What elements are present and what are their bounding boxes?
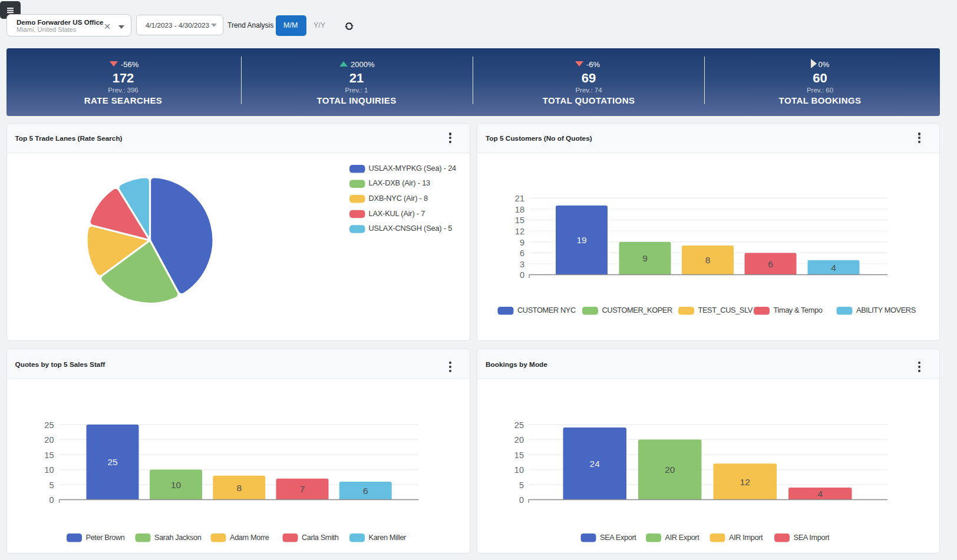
svg-text:TEST_CUS_SLV: TEST_CUS_SLV <box>698 306 753 314</box>
svg-text:CUSTOMER NYC: CUSTOMER NYC <box>517 306 576 314</box>
svg-text:AIR Export: AIR Export <box>665 533 700 542</box>
svg-text:25: 25 <box>107 457 117 467</box>
svg-text:25: 25 <box>514 420 524 430</box>
svg-text:LAX-DXB (Air) - 13: LAX-DXB (Air) - 13 <box>368 178 430 187</box>
svg-text:12: 12 <box>740 477 750 487</box>
svg-text:6: 6 <box>520 248 524 258</box>
svg-text:SEA Export: SEA Export <box>600 533 636 542</box>
svg-text:0: 0 <box>519 495 524 505</box>
svg-text:6: 6 <box>362 486 368 496</box>
svg-text:ABILITY MOVERS: ABILITY MOVERS <box>856 306 916 314</box>
svg-text:5: 5 <box>49 481 54 490</box>
svg-text:25: 25 <box>44 420 54 430</box>
svg-text:Carla Smith: Carla Smith <box>302 533 339 542</box>
svg-text:AIR Import: AIR Import <box>729 533 763 542</box>
svg-text:Peter Brown: Peter Brown <box>85 533 124 542</box>
svg-text:10: 10 <box>170 480 181 490</box>
svg-text:Karen Miller: Karen Miller <box>368 533 407 542</box>
svg-text:12: 12 <box>515 227 524 236</box>
svg-text:Adam Morre: Adam Morre <box>230 533 269 542</box>
svg-text:10: 10 <box>514 465 524 475</box>
svg-text:18: 18 <box>515 204 524 214</box>
svg-text:SEA Import: SEA Import <box>794 533 830 542</box>
svg-text:0: 0 <box>520 270 524 280</box>
svg-text:CUSTOMER_KOPER: CUSTOMER_KOPER <box>602 306 672 314</box>
svg-text:4: 4 <box>817 489 823 499</box>
svg-text:Sarah Jackson: Sarah Jackson <box>154 533 202 542</box>
svg-text:USLAX-MYPKG (Sea) - 24: USLAX-MYPKG (Sea) - 24 <box>368 164 456 173</box>
svg-text:19: 19 <box>576 235 586 245</box>
svg-text:20: 20 <box>44 435 54 445</box>
svg-text:9: 9 <box>520 237 524 247</box>
svg-text:21: 21 <box>515 194 524 203</box>
svg-text:9: 9 <box>642 253 648 263</box>
svg-text:15: 15 <box>44 450 54 460</box>
svg-text:15: 15 <box>515 216 524 225</box>
svg-text:20: 20 <box>514 435 524 445</box>
svg-text:3: 3 <box>520 259 524 269</box>
svg-text:10: 10 <box>44 465 54 475</box>
svg-text:USLAX-CNSGH (Sea) - 5: USLAX-CNSGH (Sea) - 5 <box>368 224 452 233</box>
svg-text:Timay & Tempo: Timay & Tempo <box>774 306 823 314</box>
svg-text:DXB-NYC (Air) - 8: DXB-NYC (Air) - 8 <box>368 193 427 202</box>
svg-text:4: 4 <box>831 262 836 272</box>
svg-text:0: 0 <box>49 495 54 505</box>
svg-text:7: 7 <box>299 484 305 494</box>
svg-text:6: 6 <box>768 259 773 269</box>
svg-text:8: 8 <box>705 255 711 265</box>
svg-text:24: 24 <box>590 459 600 469</box>
svg-text:8: 8 <box>236 483 242 493</box>
svg-text:5: 5 <box>519 481 524 490</box>
svg-text:20: 20 <box>665 465 675 475</box>
svg-text:LAX-KUL (Air) - 7: LAX-KUL (Air) - 7 <box>368 208 425 217</box>
svg-text:15: 15 <box>514 450 524 460</box>
